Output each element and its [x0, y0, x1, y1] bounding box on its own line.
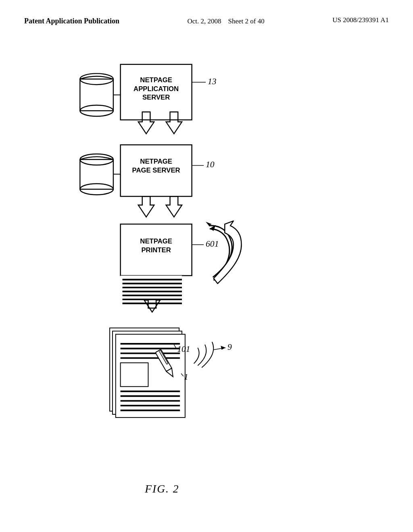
app-server-label2: APPLICATION — [133, 85, 179, 92]
page-server-label2: PAGE SERVER — [132, 166, 180, 174]
page-server-label: NETPAGE — [140, 157, 172, 165]
ref-9: 9 — [227, 342, 232, 351]
publication-date: Oct. 2, 2008 — [188, 17, 221, 25]
patent-diagram: NETPAGE APPLICATION SERVER 13 NETPAGE PA… — [0, 35, 413, 510]
sheet-info: Sheet 2 of 40 — [228, 17, 265, 25]
ref-601: 601 — [206, 239, 219, 249]
svg-marker-12 — [138, 196, 154, 217]
fig-label: FIG. 2 — [144, 482, 179, 495]
app-server-label3: SERVER — [142, 94, 170, 101]
svg-marker-6 — [166, 112, 182, 133]
printer-label2: PRINTER — [141, 246, 171, 254]
publication-title: Patent Application Publication — [24, 16, 119, 26]
svg-marker-13 — [166, 196, 182, 217]
patent-number: US 2008/239391 A1 — [332, 16, 389, 24]
page-header: Patent Application Publication Oct. 2, 2… — [0, 0, 413, 35]
ref-101: 101 — [177, 344, 190, 353]
ref-13: 13 — [208, 76, 217, 86]
svg-marker-41 — [221, 345, 225, 349]
ref-10: 10 — [206, 160, 215, 169]
app-server-label: NETPAGE — [140, 76, 172, 84]
svg-rect-1 — [80, 79, 113, 111]
diagram-area: NETPAGE APPLICATION SERVER 13 NETPAGE PA… — [0, 35, 413, 510]
svg-marker-5 — [138, 112, 154, 133]
printer-label: NETPAGE — [140, 237, 172, 245]
ref-1: 1 — [184, 372, 188, 381]
publication-date-sheet: Oct. 2, 2008 Sheet 2 of 40 — [188, 16, 265, 27]
svg-rect-32 — [121, 363, 148, 387]
